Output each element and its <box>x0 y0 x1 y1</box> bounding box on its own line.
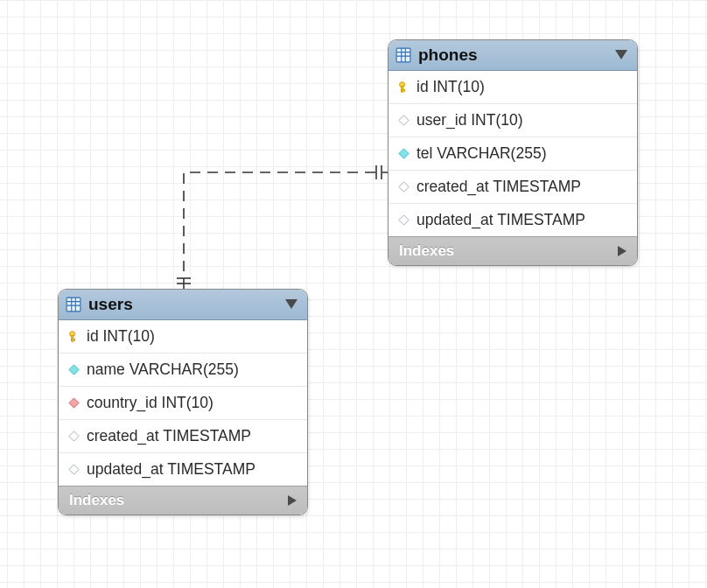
diamond-open-icon <box>397 214 410 227</box>
column-label: name VARCHAR(255) <box>87 360 239 379</box>
column-label: updated_at TIMESTAMP <box>416 211 585 229</box>
svg-marker-14 <box>399 149 409 158</box>
column-list: id INT(10) name VARCHAR(255) country_id … <box>59 320 307 486</box>
diamond-red-icon <box>67 396 80 410</box>
primary-key-icon <box>397 80 410 94</box>
collapse-icon[interactable] <box>614 49 628 61</box>
entity-header-phones[interactable]: phones <box>388 40 637 71</box>
svg-marker-30 <box>69 465 79 474</box>
expand-right-icon <box>616 245 628 257</box>
diamond-open-icon <box>67 430 80 443</box>
entity-title: phones <box>418 46 607 65</box>
column-row[interactable]: id INT(10) <box>388 71 637 104</box>
svg-rect-26 <box>72 339 75 340</box>
expand-right-icon <box>286 494 298 507</box>
column-row[interactable]: country_id INT(10) <box>59 387 307 420</box>
entity-title: users <box>88 295 277 314</box>
collapse-icon[interactable] <box>284 298 298 311</box>
svg-marker-9 <box>615 50 627 60</box>
diamond-cyan-icon <box>397 147 410 160</box>
svg-marker-17 <box>618 246 626 256</box>
column-label: user_id INT(10) <box>416 111 523 130</box>
svg-rect-18 <box>66 298 80 312</box>
column-label: id INT(10) <box>87 327 155 346</box>
svg-marker-16 <box>399 215 409 225</box>
column-label: id INT(10) <box>416 78 485 96</box>
column-label: created_at TIMESTAMP <box>416 178 581 196</box>
table-icon <box>396 47 411 63</box>
diamond-open-icon <box>397 180 410 193</box>
entity-phones[interactable]: phones id INT(10) user_id INT(10) tel VA… <box>388 39 638 266</box>
column-list: id INT(10) user_id INT(10) tel VARCHAR(2… <box>388 71 637 236</box>
column-row[interactable]: created_at TIMESTAMP <box>388 171 637 204</box>
indexes-label: Indexes <box>399 242 454 260</box>
svg-marker-23 <box>285 299 298 309</box>
column-row[interactable]: name VARCHAR(255) <box>59 354 307 387</box>
indexes-section[interactable]: Indexes <box>59 486 307 514</box>
svg-marker-29 <box>69 431 79 441</box>
table-icon <box>66 297 81 312</box>
column-label: tel VARCHAR(255) <box>416 144 546 163</box>
indexes-label: Indexes <box>69 492 124 509</box>
column-row[interactable]: updated_at TIMESTAMP <box>59 453 307 486</box>
svg-marker-27 <box>69 365 79 374</box>
column-row[interactable]: updated_at TIMESTAMP <box>388 204 637 236</box>
diamond-open-icon <box>397 114 410 127</box>
svg-marker-13 <box>399 116 409 125</box>
entity-users[interactable]: users id INT(10) name VARCHAR(255) count… <box>58 289 308 515</box>
entity-header-users[interactable]: users <box>59 290 307 320</box>
indexes-section[interactable]: Indexes <box>388 236 637 265</box>
column-row[interactable]: created_at TIMESTAMP <box>59 420 307 453</box>
svg-marker-28 <box>69 398 79 408</box>
column-row[interactable]: user_id INT(10) <box>388 104 637 137</box>
diamond-open-icon <box>67 463 80 476</box>
column-row[interactable]: id INT(10) <box>59 320 307 354</box>
svg-marker-15 <box>399 182 409 192</box>
svg-marker-31 <box>288 495 297 506</box>
column-label: country_id INT(10) <box>87 394 214 412</box>
svg-rect-12 <box>402 89 405 91</box>
svg-rect-4 <box>396 48 410 62</box>
primary-key-icon <box>67 330 80 343</box>
column-label: created_at TIMESTAMP <box>87 427 251 445</box>
diamond-cyan-icon <box>67 363 80 376</box>
column-label: updated_at TIMESTAMP <box>87 460 256 479</box>
column-row[interactable]: tel VARCHAR(255) <box>388 137 637 171</box>
